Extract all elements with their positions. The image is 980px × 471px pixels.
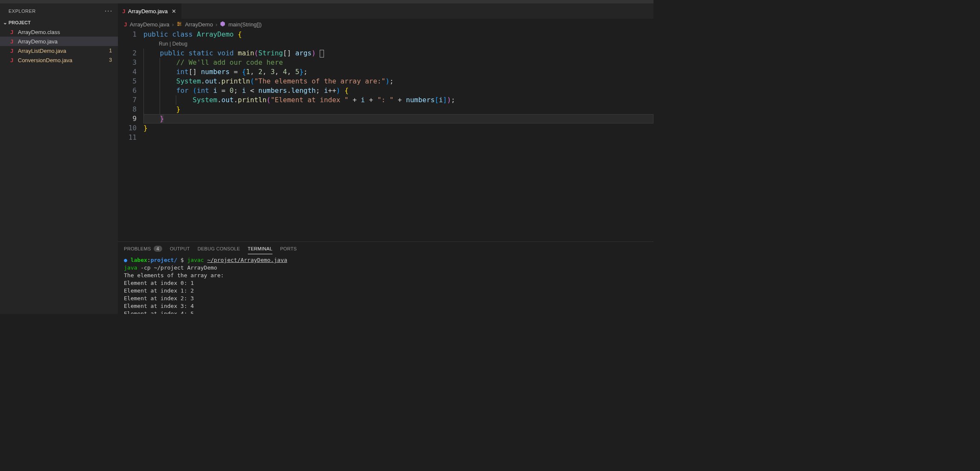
panel-tabs: PROBLEMS 4 OUTPUT DEBUG CONSOLE TERMINAL…	[118, 242, 653, 256]
section-label: PROJECT	[9, 20, 31, 25]
code-content[interactable]: public class ArrayDemo { Run | Debug pub…	[143, 30, 653, 241]
java-file-icon: J	[122, 8, 126, 14]
terminal-line: Element at index 4: 5	[124, 310, 648, 314]
file-name: ArrayDemo.class	[18, 29, 114, 35]
java-file-icon: J	[9, 29, 15, 35]
main-layout: EXPLORER ··· ⌄ PROJECT JArrayDemo.classJ…	[0, 3, 653, 314]
breadcrumb-method[interactable]: main(String[])	[228, 21, 261, 28]
line-number: 11	[118, 133, 137, 142]
line-number: 4	[118, 67, 137, 77]
file-item[interactable]: JArrayDemo.class	[0, 27, 118, 37]
codelens: Run | Debug	[143, 39, 653, 49]
tab-arraydemo[interactable]: J ArrayDemo.java ✕	[118, 3, 182, 19]
codelens-run[interactable]: Run	[159, 41, 168, 47]
line-number: 6	[118, 86, 137, 95]
file-name: ArrayListDemo.java	[18, 48, 109, 54]
tab-output[interactable]: OUTPUT	[170, 244, 190, 254]
keyword: public	[143, 30, 168, 38]
tab-ports[interactable]: PORTS	[280, 244, 297, 254]
file-item[interactable]: JArrayListDemo.java1	[0, 46, 118, 55]
more-actions-icon[interactable]: ···	[105, 7, 113, 15]
close-icon[interactable]: ✕	[170, 8, 177, 14]
problems-badge: 4	[154, 246, 162, 252]
terminal-line: Element at index 3: 4	[124, 302, 648, 310]
chevron-right-icon: ›	[215, 21, 217, 28]
line-number: 5	[118, 77, 137, 86]
terminal-line: java -cp ~/project ArrayDemo	[124, 264, 648, 272]
breadcrumb-file[interactable]: ArrayDemo.java	[130, 21, 169, 28]
java-file-icon: J	[9, 57, 15, 63]
line-number: 8	[118, 105, 137, 114]
line-number: 1	[118, 30, 137, 39]
editor-area: J ArrayDemo.java ✕ J ArrayDemo.java › Ar…	[118, 3, 653, 314]
line-number: 2	[118, 49, 137, 58]
code-editor[interactable]: 1 2 3 4 5 6 7 8 9 10 11 public class Arr…	[118, 30, 653, 241]
chevron-down-icon: ⌄	[2, 20, 9, 26]
terminal-line: Element at index 0: 1	[124, 279, 648, 287]
codelens-debug[interactable]: Debug	[172, 41, 187, 47]
class-icon	[176, 21, 182, 28]
cursor	[320, 50, 324, 57]
project-section-header[interactable]: ⌄ PROJECT	[0, 18, 118, 27]
terminal-line: ● labex:project/ $ javac ~/project/Array…	[124, 256, 648, 264]
file-item[interactable]: JArrayDemo.java	[0, 37, 118, 46]
line-number: 10	[118, 123, 137, 133]
java-file-icon: J	[9, 48, 15, 54]
explorer-header: EXPLORER ···	[0, 3, 118, 18]
breadcrumb[interactable]: J ArrayDemo.java › ArrayDemo › main(Stri…	[118, 19, 653, 30]
terminal-line: The elements of the array are:	[124, 272, 648, 279]
tab-debug-console[interactable]: DEBUG CONSOLE	[198, 244, 240, 254]
line-number: 3	[118, 58, 137, 67]
java-file-icon: J	[124, 21, 127, 28]
tab-problems[interactable]: PROBLEMS 4	[124, 243, 162, 254]
current-line-highlight	[143, 114, 653, 123]
file-list: JArrayDemo.classJArrayDemo.javaJArrayLis…	[0, 27, 118, 65]
method-icon	[220, 21, 226, 28]
terminal[interactable]: ● labex:project/ $ javac ~/project/Array…	[118, 256, 653, 314]
chevron-right-icon: ›	[172, 21, 174, 28]
bottom-panel: PROBLEMS 4 OUTPUT DEBUG CONSOLE TERMINAL…	[118, 241, 653, 314]
breadcrumb-class[interactable]: ArrayDemo	[185, 21, 213, 28]
line-number: 9	[118, 114, 137, 123]
java-file-icon: J	[9, 38, 15, 45]
line-gutter: 1 2 3 4 5 6 7 8 9 10 11	[118, 30, 143, 241]
file-name: ConversionDemo.java	[18, 57, 109, 63]
explorer-title: EXPLORER	[9, 9, 36, 14]
file-item[interactable]: JConversionDemo.java3	[0, 55, 118, 65]
tab-label: ArrayDemo.java	[128, 8, 168, 14]
line-number: 7	[118, 95, 137, 105]
explorer-sidebar: EXPLORER ··· ⌄ PROJECT JArrayDemo.classJ…	[0, 3, 118, 314]
modified-badge: 3	[109, 57, 112, 63]
terminal-line: Element at index 1: 2	[124, 287, 648, 295]
title-bar	[0, 0, 653, 3]
tab-bar: J ArrayDemo.java ✕	[118, 3, 653, 19]
modified-badge: 1	[109, 48, 112, 54]
file-name: ArrayDemo.java	[18, 38, 114, 45]
terminal-line: Element at index 2: 3	[124, 295, 648, 302]
tab-terminal[interactable]: TERMINAL	[248, 244, 272, 254]
